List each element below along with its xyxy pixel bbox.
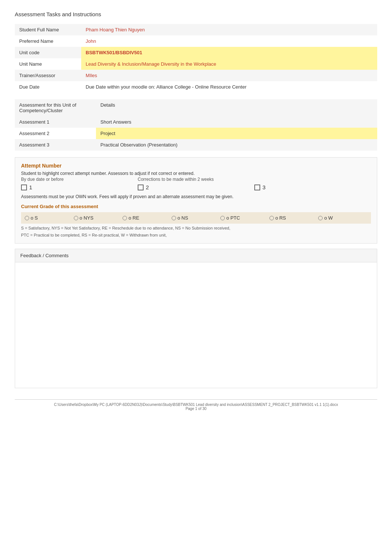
grade-item[interactable]: o S [25, 215, 74, 221]
student-info-row: Unit codeBSBTWK501/BSBDIV501 [15, 47, 377, 58]
attempt-check-item[interactable]: 3 [254, 184, 371, 190]
attempt-title: Attempt Number [21, 163, 371, 169]
feedback-title: Feedback / Comments [15, 249, 377, 262]
attempt-col-left: By due date or before [21, 177, 138, 182]
attempt-checkboxes: 123 [21, 184, 371, 190]
comp-row: Assessment 1Short Answers [15, 116, 377, 128]
footer: C:\Users\thefa\Dropbox\My PC (LAPTOP-6DD… [15, 399, 377, 411]
attempt-check-label: 3 [262, 184, 265, 190]
comp-row-value: Short Answers [96, 116, 377, 128]
page-title: Assessment Tasks and Instructions [15, 11, 377, 17]
student-info-row: Preferred NameJohn [15, 35, 377, 47]
competency-table: Assessment for this Unit of Competency/C… [15, 99, 377, 151]
student-info-label: Unit code [15, 47, 81, 58]
grade-item[interactable]: o RS [269, 215, 319, 221]
student-info-value: Lead Diversity & Inclusion/Manage Divers… [81, 58, 377, 70]
attempt-col-right: Corrections to be made within 2 weeks [138, 177, 371, 182]
grade-item[interactable]: o PTC [220, 215, 269, 221]
attempt-check-item[interactable]: 1 [21, 184, 138, 190]
comp-row: Assessment 2Project [15, 128, 377, 139]
comp-row-value: Project [96, 128, 377, 139]
attempt-check-label: 2 [146, 184, 149, 190]
grade-note1: S = Satisfactory, NYS = Not Yet Satisfac… [21, 225, 371, 231]
comp-header-col2: Details [96, 99, 377, 116]
student-info-value: BSBTWK501/BSBDIV501 [81, 47, 377, 58]
attempt-note: Assessments must be your OWN work. Fees … [21, 194, 371, 199]
student-info-value: MIles [81, 70, 377, 81]
attempt-cols-header: By due date or before Corrections to be … [21, 177, 371, 182]
student-info-label: Trainer/Assessor [15, 70, 81, 81]
radio-icon[interactable] [74, 216, 78, 220]
student-info-label: Due Date [15, 81, 81, 93]
grade-item[interactable]: o RE [123, 215, 172, 221]
attempt-check-item[interactable]: 2 [138, 184, 254, 190]
student-info-value: Due Date within your moodle on: Alliance… [81, 81, 377, 93]
radio-icon[interactable] [172, 216, 176, 220]
student-info-label: Preferred Name [15, 35, 81, 47]
checkbox-icon[interactable] [138, 185, 144, 190]
comp-row-label: Assessment 3 [15, 139, 96, 151]
student-info-label: Student Full Name [15, 24, 81, 35]
student-info-row: Due DateDue Date within your moodle on: … [15, 81, 377, 93]
grade-label: o RE [128, 215, 139, 221]
grade-row: o So NYSo REo NSo PTCo RSo W [21, 212, 371, 224]
grade-label: o NS [178, 215, 188, 221]
comp-row-label: Assessment 1 [15, 116, 96, 128]
comp-header-col1: Assessment for this Unit of Competency/C… [15, 99, 96, 116]
grade-label: o S [31, 215, 38, 221]
grade-label: o PTC [226, 215, 240, 221]
student-info-row: Unit NameLead Diversity & Inclusion/Mana… [15, 58, 377, 70]
radio-icon[interactable] [123, 216, 127, 220]
checkbox-icon[interactable] [21, 185, 27, 190]
student-info-value: John [81, 35, 377, 47]
radio-icon[interactable] [269, 216, 274, 220]
student-info-label: Unit Name [15, 58, 81, 70]
comp-row-value: Practical Observation (Presentation) [96, 139, 377, 151]
comp-row-label: Assessment 2 [15, 128, 96, 139]
grade-item[interactable]: o NYS [74, 215, 123, 221]
footer-path: C:\Users\thefa\Dropbox\My PC (LAPTOP-6DD… [15, 403, 377, 407]
checkbox-icon[interactable] [254, 185, 260, 190]
footer-page: Page 1 of 30 [15, 407, 377, 411]
grade-item[interactable]: o W [318, 215, 367, 221]
grade-label: o NYS [80, 215, 94, 221]
radio-icon[interactable] [25, 216, 29, 220]
student-info-row: Trainer/AssessorMIles [15, 70, 377, 81]
grade-note2: PTC = Practical to be completed, RS = Re… [21, 232, 371, 238]
student-info-table: Student Full NamePham Hoang Thien Nguyen… [15, 24, 377, 93]
grade-label: o W [324, 215, 333, 221]
student-info-value: Pham Hoang Thien Nguyen [81, 24, 377, 35]
feedback-body[interactable] [15, 262, 377, 388]
attempt-check-label: 1 [29, 184, 32, 190]
attempt-desc1: Student to highlight correct attempt num… [21, 171, 371, 176]
radio-icon[interactable] [318, 216, 323, 220]
comp-header-row: Assessment for this Unit of Competency/C… [15, 99, 377, 116]
feedback-section: Feedback / Comments [15, 249, 377, 388]
current-grade-title: Current Grade of this assessment [21, 204, 371, 209]
student-info-row: Student Full NamePham Hoang Thien Nguyen [15, 24, 377, 35]
comp-row: Assessment 3Practical Observation (Prese… [15, 139, 377, 151]
radio-icon[interactable] [220, 216, 225, 220]
grade-label: o RS [275, 215, 286, 221]
attempt-section: Attempt Number Student to highlight corr… [15, 157, 377, 244]
grade-item[interactable]: o NS [172, 215, 221, 221]
